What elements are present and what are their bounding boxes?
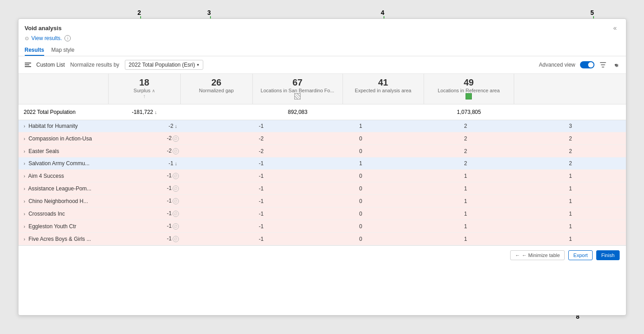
- toolbar-row: Custom List Normalize results by 2022 To…: [18, 56, 626, 74]
- table-row: › Five Acres Boys & Girls ... -1∅ -1 0 1…: [18, 233, 626, 245]
- row-name-text: Crossroads Inc: [28, 211, 65, 217]
- annotation-3: 3: [207, 9, 211, 16]
- down-arrow-icon: ↓: [174, 123, 178, 129]
- row-name: › Habitat for Humanity: [18, 120, 129, 132]
- total-surplus-arrow: ↓: [155, 109, 157, 115]
- stat-cell-surplus: 18 Surplus ∧ ↑: [109, 74, 181, 104]
- row-name: › Aim 4 Success: [18, 170, 129, 182]
- row-expected: 1: [416, 220, 516, 233]
- surplus-value: -1: [167, 172, 172, 179]
- total-row-locations-sb: 892,083: [253, 107, 343, 117]
- row-name: › Assistance League-Pom...: [18, 182, 129, 195]
- row-norm-gap: -1: [217, 120, 306, 132]
- row-norm-gap: -1: [217, 182, 306, 195]
- expand-button[interactable]: ›: [24, 174, 25, 179]
- stat-cell-normalized-gap: 26 Normalized gap: [181, 74, 253, 104]
- export-button[interactable]: Export: [568, 250, 593, 260]
- locations-sb-label: Locations in San Bernardino Fo...: [258, 88, 337, 93]
- sort-asc-icon[interactable]: ∧: [152, 88, 155, 93]
- row-surplus: -1∅: [129, 220, 217, 233]
- minimize-arrow-icon: ←: [515, 253, 520, 258]
- advanced-view-toggle[interactable]: [580, 61, 594, 68]
- filter-icon[interactable]: [599, 61, 607, 69]
- normalize-value: 2022 Total Population (Esri): [129, 62, 195, 68]
- expand-button[interactable]: ›: [24, 224, 25, 229]
- row-name: › Salvation Army Commu...: [18, 158, 129, 170]
- expand-button[interactable]: ›: [24, 124, 25, 129]
- row-surplus: -1∅: [129, 195, 217, 208]
- row-locations-sb: 0: [306, 195, 416, 208]
- finish-button[interactable]: Finish: [596, 250, 619, 260]
- row-expected: 2: [416, 132, 516, 145]
- row-locations-sb: 0: [306, 220, 416, 233]
- help-icon: ⊙: [25, 36, 29, 41]
- expand-button[interactable]: ›: [24, 199, 25, 204]
- row-expected: 1: [416, 233, 516, 245]
- surplus-number: 18: [114, 77, 175, 88]
- expected-label: Expected in analysis area: [348, 88, 418, 93]
- stat-cell-expected: 41 Expected in analysis area: [343, 74, 424, 104]
- row-name-text: Salvation Army Commu...: [28, 160, 89, 167]
- row-locations-ref: 1: [515, 170, 626, 182]
- row-norm-gap: -2: [217, 132, 306, 145]
- data-table-wrapper: › Habitat for Humanity -2 ↓ -1 1 2 3 › C…: [18, 120, 626, 245]
- surplus-value: -1: [169, 160, 174, 167]
- null-icon: ∅: [173, 135, 179, 142]
- row-surplus: -2∅: [129, 132, 217, 145]
- expand-button[interactable]: ›: [24, 136, 25, 141]
- tab-map-style[interactable]: Map style: [51, 45, 74, 56]
- row-name: › Easter Seals: [18, 145, 129, 158]
- row-name-text: Compassion in Action-Usa: [28, 135, 92, 142]
- tab-results[interactable]: Results: [25, 45, 44, 56]
- advanced-view-label: Advanced view: [539, 62, 575, 68]
- null-icon: ∅: [173, 198, 179, 204]
- expand-button[interactable]: ›: [24, 149, 25, 154]
- expand-button[interactable]: ›: [24, 212, 25, 217]
- row-expected: 1: [416, 208, 516, 220]
- collapse-button[interactable]: «: [611, 23, 620, 32]
- settings-icon[interactable]: [612, 61, 620, 69]
- expected-number: 41: [348, 77, 418, 88]
- locations-sb-number: 67: [258, 77, 337, 88]
- row-locations-ref: 1: [515, 182, 626, 195]
- null-icon: ∅: [173, 236, 179, 242]
- row-locations-ref: 1: [515, 220, 626, 233]
- list-icon[interactable]: [25, 63, 31, 67]
- normalize-select[interactable]: 2022 Total Population (Esri) ▾: [125, 60, 203, 70]
- minimize-table-button[interactable]: ← ← Minimize table: [510, 250, 565, 260]
- null-icon: ∅: [173, 148, 179, 154]
- expand-button[interactable]: ›: [24, 161, 25, 166]
- row-norm-gap: -1: [217, 195, 306, 208]
- row-name-text: Eggleston Youth Ctr: [28, 223, 76, 230]
- view-results-row: ⊙ View results. i: [25, 35, 620, 41]
- table-row: › Aim 4 Success -1∅ -1 0 1 1: [18, 170, 626, 182]
- total-row-label: 2022 Total Population: [18, 107, 109, 117]
- table-row: › Salvation Army Commu... -1 ↓ -1 1 2 2: [18, 158, 626, 170]
- surplus-value: -2: [169, 123, 174, 129]
- stat-cell-empty: [18, 74, 109, 104]
- locations-ref-label: Locations in Reference area: [429, 88, 508, 93]
- row-locations-sb: 0: [306, 132, 416, 145]
- row-norm-gap: -1: [217, 170, 306, 182]
- expand-button[interactable]: ›: [24, 186, 25, 191]
- dropdown-arrow-icon: ▾: [197, 63, 199, 67]
- view-results-label[interactable]: View results.: [32, 35, 62, 41]
- table-row: › Chino Neighborhood H... -1∅ -1 0 1 1: [18, 195, 626, 208]
- expand-button[interactable]: ›: [24, 237, 25, 242]
- row-name-text: Five Acres Boys & Girls ...: [28, 236, 91, 242]
- row-expected: 1: [416, 195, 516, 208]
- green-square-icon: [466, 93, 472, 99]
- locations-ref-icon: [429, 93, 508, 100]
- stats-summary-row: 18 Surplus ∧ ↑ 26 Normalized gap 67 Loca…: [18, 74, 626, 104]
- row-norm-gap: -1: [217, 158, 306, 170]
- row-expected: 2: [416, 158, 516, 170]
- info-icon[interactable]: i: [64, 35, 71, 41]
- total-row-locations-ref: 1,073,805: [424, 107, 514, 117]
- table-row: › Crossroads Inc -1∅ -1 0 1 1: [18, 208, 626, 220]
- null-icon: ∅: [173, 185, 179, 192]
- row-locations-sb: 1: [306, 158, 416, 170]
- normalized-gap-number: 26: [186, 77, 247, 88]
- table-row: › Assistance League-Pom... -1∅ -1 0 1 1: [18, 182, 626, 195]
- row-name: › Crossroads Inc: [18, 208, 129, 220]
- locations-sb-icon: [258, 93, 337, 100]
